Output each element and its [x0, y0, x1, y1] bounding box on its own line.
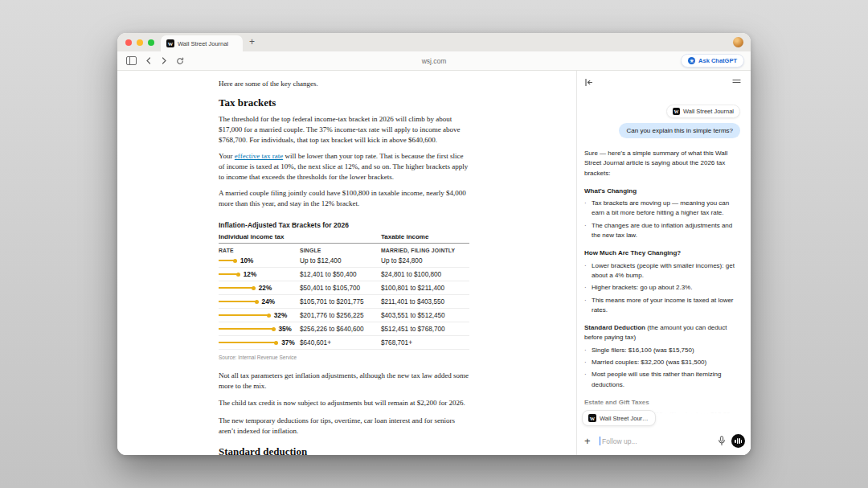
bullet-marker: ·	[584, 346, 588, 355]
close-button[interactable]	[125, 39, 132, 46]
source-chip[interactable]: W Wall Street Journal	[666, 105, 740, 118]
bullet-marker: ·	[584, 261, 588, 281]
wsj-logo-icon: W	[673, 108, 680, 115]
bullet-item: ·Single filers: $16,100 (was $15,750)	[584, 346, 739, 355]
table-row: 22% $50,401 to $105,700 $100,801 to $211…	[219, 281, 469, 295]
heading-bold: Standard Deduction	[584, 324, 645, 331]
composer-area: W Wall Street Journal + Follow up...	[577, 392, 751, 455]
rate-bar	[219, 328, 272, 330]
chatgpt-logo-icon: ✳	[688, 57, 695, 64]
married-cell: $403,551 to $512,450	[381, 312, 469, 319]
rate-bar	[219, 287, 252, 289]
assistant-intro: Sure — here’s a simple summary of what t…	[584, 149, 739, 178]
table-column-headers: RATE SINGLE MARRIED, FILING JOINTLY	[219, 247, 469, 254]
rate-bar-dot	[255, 300, 259, 304]
voice-mode-button[interactable]	[731, 434, 745, 448]
collapse-sidebar-icon[interactable]	[584, 78, 593, 87]
source-chip-label: Wall Street Journal	[683, 108, 734, 115]
rate-cell: 32%	[274, 312, 287, 319]
browser-tab[interactable]: W Wall Street Journal	[161, 35, 243, 51]
bullet-item: ·Higher brackets: go up about 2.3%.	[584, 283, 739, 293]
assistant-bullet-list: ·Tax brackets are moving up — meaning yo…	[584, 199, 739, 240]
window-content: Here are some of the key changes. Tax br…	[117, 71, 751, 455]
table-row: 24% $105,701 to $201,775 $211,401 to $40…	[219, 295, 469, 309]
effective-tax-rate-link[interactable]: effective tax rate	[235, 152, 283, 160]
section-heading-standard-deduction: Standard deduction	[219, 445, 469, 455]
married-cell: $768,701+	[381, 339, 469, 347]
table-title: Inflation-Adjusted Tax Brackets for 2026	[219, 221, 469, 230]
rate-bar	[219, 301, 256, 302]
assistant-bullet-list: ·Single filers: $16,100 (was $15,750) ·M…	[584, 346, 739, 390]
table-row: 35% $256,226 to $640,600 $512,451 to $76…	[219, 322, 469, 336]
single-cell: $105,701 to $201,775	[300, 298, 381, 306]
bullet-text: Lower brackets (people with smaller inco…	[592, 261, 739, 281]
bullet-text: Tax brackets are moving up — meaning you…	[592, 199, 739, 219]
article-paragraph: Your effective tax rate will be lower th…	[219, 151, 469, 182]
group-header-taxable: Taxable income	[381, 232, 469, 241]
article-paragraph: The new temporary deductions for tips, o…	[219, 416, 469, 437]
column-header-rate: RATE	[219, 247, 300, 254]
single-cell: $12,401 to $50,400	[300, 271, 381, 278]
bullet-item: ·Most people will use this rather than i…	[584, 370, 739, 390]
article-paragraph: The child tax credit is now subject to a…	[219, 398, 469, 408]
single-cell: Up to $12,400	[300, 257, 381, 265]
rate-bar-dot	[267, 314, 271, 318]
table-row: 10% Up to $12,400 Up to $24,800	[219, 254, 469, 268]
back-icon[interactable]	[145, 57, 152, 64]
married-cell: $211,401 to $403,550	[381, 298, 469, 306]
context-chip-label: Wall Street Journal	[600, 415, 649, 422]
panel-menu-icon[interactable]	[732, 78, 741, 84]
ask-chatgpt-button[interactable]: ✳ Ask ChatGPT	[681, 54, 744, 68]
bullet-text: This means more of your income is taxed …	[592, 296, 739, 316]
composer-row: + Follow up...	[584, 434, 745, 448]
attach-plus-button[interactable]: +	[584, 436, 591, 446]
table-source: Source: Internal Revenue Service	[219, 354, 469, 361]
sidebar-toggle-icon[interactable]	[126, 56, 137, 65]
rate-bar-dot	[236, 273, 240, 277]
zoom-button[interactable]	[148, 39, 154, 46]
rate-bar	[219, 342, 275, 343]
table-row: 32% $201,776 to $256,225 $403,551 to $51…	[219, 309, 469, 322]
assistant-section-heading: Standard Deduction (the amount you can d…	[584, 323, 739, 343]
single-cell: $201,776 to $256,225	[300, 312, 381, 319]
column-header-single: SINGLE	[300, 247, 381, 254]
assistant-message: Sure — here’s a simple summary of what t…	[584, 149, 739, 420]
single-cell: $640,601+	[300, 339, 381, 347]
rate-cell: 35%	[279, 326, 292, 333]
column-header-married: MARRIED, FILING JOINTLY	[381, 247, 469, 254]
title-bar: W Wall Street Journal +	[117, 33, 751, 51]
tab-title: Wall Street Journal	[178, 40, 228, 47]
article-paragraph: A married couple filing jointly could ha…	[219, 188, 469, 209]
rate-cell: 22%	[259, 285, 272, 292]
address-bar[interactable]: wsj.com	[117, 57, 751, 65]
chatgpt-sidebar: W Wall Street Journal Can you explain th…	[576, 71, 751, 455]
bullet-marker: ·	[584, 370, 588, 390]
forward-icon[interactable]	[161, 57, 167, 64]
married-cell: $512,451 to $768,700	[381, 326, 469, 333]
bullet-item: ·The changes are due to inflation adjust…	[584, 221, 739, 241]
reload-icon[interactable]	[176, 57, 184, 65]
bullet-marker: ·	[584, 296, 588, 316]
profile-avatar[interactable]	[733, 37, 743, 47]
browser-window: W Wall Street Journal + wsj.com ✳ Ask Ch…	[117, 33, 751, 455]
section-heading-tax-brackets: Tax brackets	[219, 96, 469, 109]
minimize-button[interactable]	[137, 39, 143, 46]
desktop-background: W Wall Street Journal + wsj.com ✳ Ask Ch…	[0, 0, 868, 488]
text-cursor	[600, 437, 601, 445]
browser-toolbar: wsj.com ✳ Ask ChatGPT	[117, 51, 751, 71]
rate-bar-dot	[272, 327, 276, 331]
microphone-icon[interactable]	[718, 436, 726, 446]
tax-bracket-table: Inflation-Adjusted Tax Brackets for 2026…	[219, 221, 469, 361]
wsj-favicon-icon: W	[166, 39, 174, 47]
bullet-item: ·This means more of your income is taxed…	[584, 296, 739, 316]
assistant-section-heading: What’s Changing	[584, 187, 739, 196]
single-cell: $50,401 to $105,700	[300, 285, 381, 292]
single-cell: $256,226 to $640,600	[300, 326, 381, 333]
new-tab-button[interactable]: +	[249, 36, 255, 47]
bullet-text: Single filers: $16,100 (was $15,750)	[592, 346, 694, 355]
followup-input[interactable]: Follow up...	[602, 437, 718, 445]
assistant-section-heading: How Much Are They Changing?	[584, 248, 739, 258]
rate-bar-dot	[274, 341, 278, 345]
context-chip[interactable]: W Wall Street Journal	[582, 410, 656, 426]
bullet-text: Married couples: $32,200 (was $31,500)	[592, 358, 706, 367]
